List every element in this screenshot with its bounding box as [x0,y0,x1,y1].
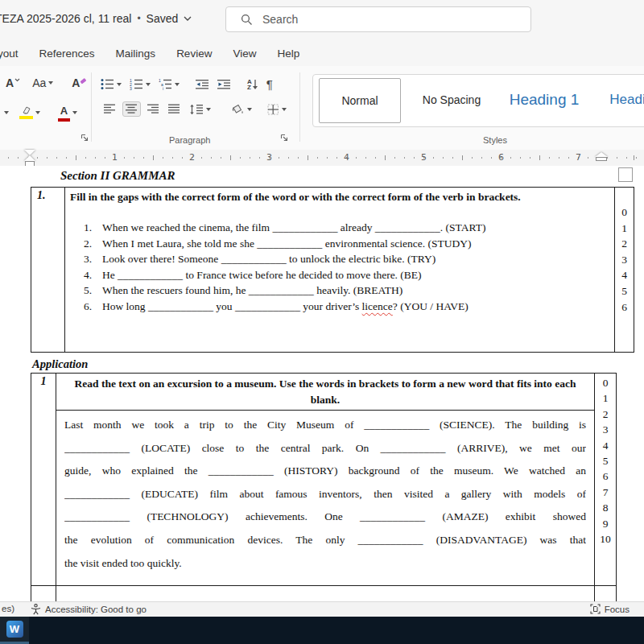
tab-layout[interactable]: Layout [0,47,19,60]
sort-button[interactable]: AZ [245,77,261,92]
text-highlight-button[interactable] [17,105,43,121]
align-left-icon [104,104,116,114]
document-title: TEZA 2025-2026 cl, 11 real [0,12,131,25]
exercise2-number: 1 [31,374,56,586]
clear-formatting-button[interactable]: A [69,76,89,90]
font-color-button[interactable]: A [56,101,80,123]
exercise1-item: 2.When I met Laura, she told me she ____… [84,236,608,252]
change-case-button[interactable]: Aa [30,76,56,90]
focus-mode-button[interactable]: Focus [590,604,630,614]
ruler-ticks [0,157,644,159]
search-box[interactable]: Search [225,6,531,32]
increase-indent-button[interactable] [215,77,233,92]
bullets-button[interactable] [98,76,124,92]
chevron-down-icon [14,78,20,82]
styles-group-label: Styles [483,135,507,145]
title-separator: • [137,13,140,24]
chevron-down-icon [146,83,151,86]
accessibility-icon [31,604,41,615]
chevron-down-icon[interactable] [184,16,192,21]
table-resize-handle[interactable] [618,167,633,182]
chevron-down-icon [48,81,53,85]
style-normal[interactable]: Normal [319,78,401,123]
align-left-button[interactable] [101,102,118,116]
accessibility-status[interactable]: Accessibility: Good to go [31,604,147,615]
exercise1-number: 1. [31,188,65,353]
multilevel-list-button[interactable]: 1 a i [156,76,182,92]
justify-icon [168,104,180,114]
bullet-list-icon [101,78,114,90]
sort-arrow-icon [252,79,258,90]
justify-button[interactable] [166,102,183,116]
focus-icon [590,604,601,614]
first-line-indent-marker[interactable] [24,150,35,155]
status-bar: es) Accessibility: Good to go Focus [0,601,644,617]
title-bar: TEZA 2025-2026 cl, 11 real • Saved Searc… [0,0,644,40]
font-dialog-launcher[interactable] [80,134,89,142]
borders-button[interactable] [265,102,289,117]
exercise2-text: Last month we took a trip to the City Mu… [56,411,595,586]
hanging-indent-marker[interactable] [24,155,35,161]
line-spacing-button[interactable] [187,102,213,117]
highlighter-icon [19,106,33,115]
increase-indent-icon [217,79,231,90]
chevron-down-icon[interactable] [4,111,9,114]
tab-view[interactable]: View [233,47,256,60]
align-center-icon [126,104,138,114]
chevron-down-icon [72,111,77,114]
exercise2-score-column: 01 23 45 67 89 10 [595,374,617,586]
show-formatting-marks-button[interactable]: ¶ [264,76,275,93]
borders-icon [267,104,279,115]
chevron-down-icon [35,111,40,114]
word-icon: W [6,621,23,638]
multilevel-list-icon: 1 a i [159,78,172,90]
chevron-down-icon [247,108,252,111]
exercise1-table: 1. Fill in the gaps with the correct for… [31,187,634,353]
tab-mailings[interactable]: Mailings [116,47,156,60]
ribbon: A Aa A [0,66,644,151]
style-heading-2[interactable]: Heading 2 [597,78,644,122]
chevron-down-icon [206,108,211,111]
search-icon [241,14,253,26]
align-center-button[interactable] [122,101,141,117]
ribbon-tab-bar: Layout References Mailings Review View H… [0,40,644,66]
highlight-color-bar [19,116,33,119]
exercise1-item: 5.When the rescuers found him, he ______… [84,283,608,299]
paint-bucket-icon [230,104,245,115]
exercise1-score-column: 01 23 45 6 [615,188,634,353]
pilcrow-icon: ¶ [266,77,273,91]
tab-review[interactable]: Review [176,47,212,60]
svg-text:i: i [163,86,163,91]
eraser-icon [80,77,87,85]
word-window: TEZA 2025-2026 cl, 11 real • Saved Searc… [0,0,644,644]
chevron-down-icon [175,83,180,86]
tab-references[interactable]: References [39,47,95,60]
exercise2-instruction: Read the text on an excursion to a museu… [56,374,595,411]
paragraph-dialog-launcher[interactable] [280,134,288,142]
numbering-button[interactable]: 1 2 3 [127,76,153,92]
document-page[interactable]: Section II GRAMMAR 1. Fill in the gaps w… [0,166,644,601]
taskbar-word-button[interactable]: W [0,617,29,642]
windows-taskbar: W [0,617,644,644]
align-right-button[interactable] [145,102,162,116]
chevron-down-icon [117,83,122,86]
exercise1-item: 4.He ____________ to France twice before… [84,267,608,283]
shading-button[interactable] [228,102,254,117]
application-heading: Application [32,357,88,371]
exercise1-item: 6. How long ____________ you ___________… [84,299,608,315]
exercise1-item: 3.Look over there! Someone ____________ … [84,251,608,267]
decrease-indent-button[interactable] [193,77,212,92]
exercise1-instruction: Fill in the gaps with the correct form o… [70,189,608,204]
style-no-spacing[interactable]: No Spacing [411,78,492,122]
language-status-truncated[interactable]: es) [2,604,14,613]
align-right-icon [147,104,159,114]
horizontal-ruler[interactable]: 1 2 3 4 5 6 7 [0,150,644,166]
style-heading-1[interactable]: Heading 1 [500,78,588,122]
save-status-button[interactable]: Saved [147,12,179,25]
svg-text:3: 3 [130,86,132,91]
tab-help[interactable]: Help [277,47,299,60]
decrease-indent-icon [196,79,209,90]
shrink-font-button[interactable]: A [3,76,23,90]
right-indent-marker-base[interactable] [596,157,607,161]
styles-gallery: Normal No Spacing Heading 1 Heading 2 [312,74,644,127]
